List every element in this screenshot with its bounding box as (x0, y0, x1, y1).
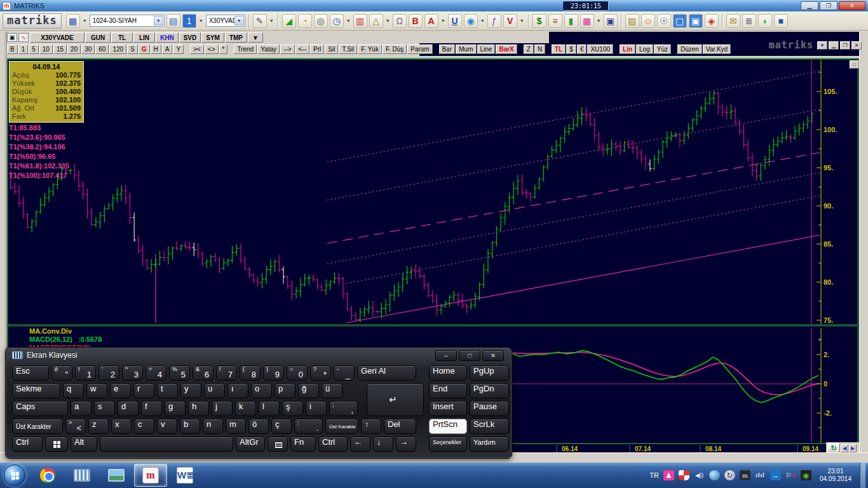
shield-icon[interactable] (679, 470, 689, 480)
chat-icon[interactable]: ◗ (758, 14, 772, 28)
toolbar-button-line[interactable]: Line (477, 44, 496, 54)
key-y[interactable]: y (180, 383, 201, 398)
toolbar-button-sil[interactable]: Sil (325, 44, 338, 54)
key-h[interactable]: h (188, 401, 209, 416)
page-icon[interactable]: ▤ (166, 14, 180, 28)
toolbar-button-s[interactable]: S (127, 44, 138, 54)
toolbar-button-30[interactable]: 30 (81, 44, 95, 54)
key-home[interactable]: Home (429, 365, 467, 381)
start-button[interactable] (4, 464, 25, 486)
toolbar-button-trend[interactable]: Trend (234, 44, 257, 54)
toolbar-button-5[interactable]: 5 (29, 44, 39, 54)
language-indicator[interactable]: TR (649, 471, 659, 479)
nvidia-icon[interactable]: ◉ (801, 470, 811, 480)
keyboard-maximize-button[interactable]: □ (459, 350, 480, 361)
key-yardım[interactable]: Yardım (470, 437, 509, 452)
key-prtscn[interactable]: PrtScn (429, 419, 467, 434)
chevron-down-icon[interactable]: ▼ (346, 14, 351, 28)
tab-sym[interactable]: SYM (201, 32, 224, 43)
key-ü[interactable]: ü (322, 383, 342, 398)
key-s[interactable]: s (94, 401, 115, 416)
window-number-icon[interactable]: 1 (182, 14, 196, 28)
taskbar-app-word[interactable]: W≣ (168, 464, 201, 487)
key-key[interactable]: é" (51, 365, 72, 381)
key-7[interactable]: /7 (216, 365, 237, 381)
web-search-icon[interactable]: ☉ (657, 14, 671, 28)
tab-lin[interactable]: LIN (133, 32, 155, 43)
key-pgdn[interactable]: PgDn (470, 383, 509, 398)
pie-chart-icon[interactable]: ◔ (298, 14, 312, 28)
key-üst-karakter[interactable]: Üst Karakter (12, 419, 63, 434)
key-geri-al[interactable]: Geri Al (357, 365, 416, 381)
books-icon[interactable]: ▥ (353, 14, 367, 28)
key-key[interactable]: -_ (334, 365, 355, 381)
chevron-down-icon[interactable]: ▼ (269, 14, 275, 28)
tab-tmp[interactable]: TMP (225, 32, 247, 43)
chevron-down-icon[interactable]: ▼ (198, 14, 204, 28)
toolbar-button-mum[interactable]: Mum (456, 44, 476, 54)
toolbar-button-lin[interactable]: Lin (620, 44, 635, 54)
matrix-pad-icon[interactable]: ▨ (625, 14, 639, 28)
key-6[interactable]: &6 (193, 365, 214, 381)
toolbar-button-key[interactable]: <-- (295, 44, 310, 54)
key-seçenekler[interactable]: Seçenekler (429, 437, 467, 452)
show-desktop-button[interactable] (860, 463, 865, 488)
key-enter[interactable]: ↵ (367, 383, 424, 416)
toolbar-button-log[interactable]: Log (636, 44, 653, 54)
toolbar-button-yüz[interactable]: Yüz (654, 44, 671, 54)
layers-icon[interactable]: ▣ (604, 14, 618, 28)
key-üst-karakte[interactable]: Üst Karakte (325, 419, 358, 434)
tray-clock[interactable]: 23:01 04.09.2014 (816, 468, 855, 483)
key-↓[interactable]: ↓ (373, 437, 393, 452)
chevron-down-icon[interactable]: ▼ (596, 14, 602, 28)
panel-screen-icon[interactable]: ▣ (689, 14, 703, 28)
key-key[interactable]: :. (294, 419, 323, 434)
key-sekme[interactable]: Sekme (12, 383, 60, 398)
key-←[interactable]: ← (350, 437, 370, 452)
toolbar-button-z[interactable]: Z (524, 44, 534, 54)
key-r[interactable]: r (133, 383, 154, 398)
inner-dropdown-button[interactable]: ▼ (817, 41, 827, 50)
mail-icon[interactable]: ✉ (726, 14, 740, 28)
gauge-icon[interactable]: Ω (393, 14, 407, 28)
window-right-border[interactable] (859, 32, 868, 452)
speaker-icon[interactable]: ◀)) (694, 470, 705, 480)
template-combo[interactable]: 1024-30-SIYAH▼ (90, 15, 165, 27)
key-w[interactable]: w (86, 383, 107, 398)
toolbar-button-h[interactable]: H (151, 44, 161, 54)
print-icon[interactable]: ≣ (742, 14, 756, 28)
clock-icon[interactable]: ◷ (330, 14, 344, 28)
taskbar-app-photo-viewer[interactable] (100, 464, 133, 487)
key-ctrl[interactable]: Ctrl (12, 437, 43, 452)
key-ş[interactable]: ş (282, 401, 303, 416)
pink-agent-icon[interactable]: ♟ (663, 470, 674, 480)
matriks-tray-icon[interactable]: m (740, 470, 750, 480)
key-z[interactable]: z (88, 419, 109, 434)
refresh-button[interactable]: ↻ (827, 443, 840, 453)
pyramid-icon[interactable]: △ (369, 14, 383, 28)
key-9[interactable]: )9 (263, 365, 284, 381)
toolbar-button-15[interactable]: 15 (53, 44, 67, 54)
symbol-combo[interactable]: X30YVAD▼ (206, 15, 245, 27)
toolbar-button-tl[interactable]: TL (552, 44, 566, 54)
tab-svd[interactable]: SVD (179, 32, 201, 43)
explorer-icon[interactable]: ◎ (314, 14, 328, 28)
signal-bars-icon[interactable]: ılıl (755, 470, 766, 480)
chevron-down-icon[interactable]: ▼ (519, 14, 525, 28)
key-k[interactable]: k (235, 401, 256, 416)
tab-tl[interactable]: TL (111, 32, 133, 43)
portfolio-icon[interactable]: ■ (774, 14, 788, 28)
maximize-button[interactable]: ❐ (820, 1, 837, 10)
scroll-right-button[interactable]: ▶ (849, 444, 857, 452)
key-5[interactable]: %5 (169, 365, 190, 381)
bold-icon[interactable]: B (409, 14, 423, 28)
key-pause[interactable]: Pause (470, 401, 509, 416)
toolbar-button-key[interactable]: --> (280, 44, 295, 54)
key-n[interactable]: n (203, 419, 223, 434)
key-key[interactable]: >< (65, 419, 86, 434)
chevron-down-icon[interactable]: ▼ (480, 14, 485, 28)
toolbar-button-var-kyd[interactable]: Var.Kyd (703, 44, 731, 54)
chevron-down-icon[interactable]: ▼ (82, 14, 88, 28)
key-altgr[interactable]: AltGr (236, 437, 265, 452)
key-4[interactable]: +4 (146, 365, 166, 381)
